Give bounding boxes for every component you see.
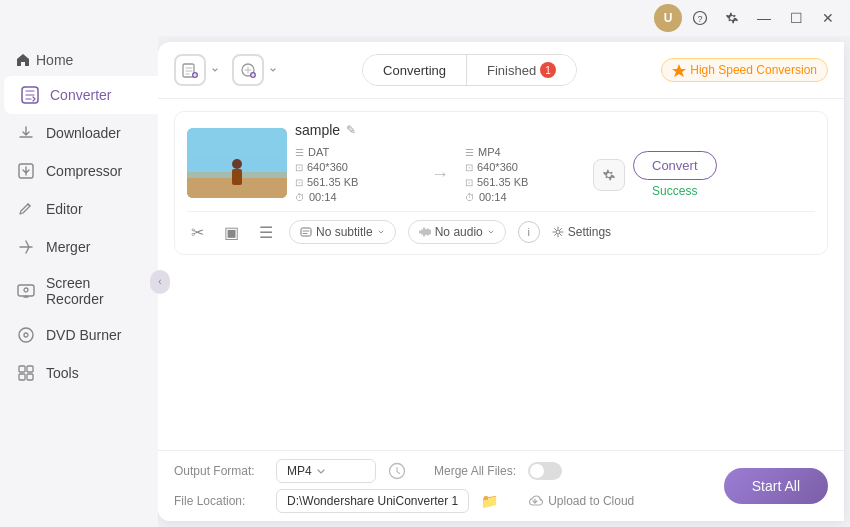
settings-label: Settings bbox=[568, 225, 611, 239]
subtitle-label: No subtitle bbox=[316, 225, 373, 239]
dvd-burner-icon bbox=[16, 325, 36, 345]
source-size-value: 561.35 KB bbox=[307, 176, 358, 188]
effects-icon-button[interactable]: ☰ bbox=[255, 221, 277, 244]
sidebar-screen-recorder-label: Screen Recorder bbox=[46, 275, 142, 307]
convert-success: Success bbox=[652, 184, 697, 198]
merge-toggle[interactable] bbox=[528, 462, 562, 480]
tab-converting[interactable]: Converting bbox=[363, 55, 466, 85]
source-duration-value: 00:14 bbox=[309, 191, 337, 203]
source-info: ☰ DAT ⊡ 640*360 ⊡ 561.35 KB bbox=[295, 146, 415, 203]
folder-icon[interactable]: 📁 bbox=[481, 493, 498, 509]
svg-rect-23 bbox=[301, 228, 311, 236]
crop-icon-button[interactable]: ▣ bbox=[220, 221, 243, 244]
file-edit-icon[interactable]: ✎ bbox=[346, 123, 356, 137]
sidebar-home[interactable]: Home bbox=[0, 44, 158, 76]
sidebar-compressor-label: Compressor bbox=[46, 163, 122, 179]
target-duration: ⏱ 00:14 bbox=[465, 191, 585, 203]
output-format-value: MP4 bbox=[287, 464, 312, 478]
file-location-row: File Location: D:\Wondershare UniConvert… bbox=[174, 489, 724, 513]
sidebar-tools-label: Tools bbox=[46, 365, 79, 381]
sidebar-item-merger[interactable]: Merger bbox=[0, 228, 158, 266]
file-info: sample ✎ ☰ DAT ⊡ bbox=[295, 122, 815, 203]
add-file-icon bbox=[174, 54, 206, 86]
tab-finished[interactable]: Finished 1 bbox=[466, 55, 576, 85]
target-format-icon: ☰ bbox=[465, 147, 474, 158]
convert-arrow: → bbox=[415, 164, 465, 185]
target-size-value: 561.35 KB bbox=[477, 176, 528, 188]
sidebar-item-tools[interactable]: Tools bbox=[0, 354, 158, 392]
start-all-button[interactable]: Start All bbox=[724, 468, 828, 504]
target-size-icon: ⊡ bbox=[465, 177, 473, 188]
output-settings-icon[interactable] bbox=[388, 462, 406, 480]
user-avatar: U bbox=[654, 4, 682, 32]
title-bar: U ? — ☐ ✕ bbox=[0, 0, 850, 36]
editor-icon bbox=[16, 199, 36, 219]
sidebar-item-editor[interactable]: Editor bbox=[0, 190, 158, 228]
output-format-label: Output Format: bbox=[174, 464, 264, 478]
svg-rect-22 bbox=[232, 169, 242, 185]
tabs: Converting Finished 1 bbox=[362, 54, 577, 86]
sidebar-item-screen-recorder[interactable]: Screen Recorder bbox=[0, 266, 158, 316]
svg-rect-11 bbox=[27, 374, 33, 380]
add-file-button[interactable] bbox=[174, 54, 220, 86]
svg-rect-10 bbox=[19, 374, 25, 380]
merge-label: Merge All Files: bbox=[434, 464, 516, 478]
info-button[interactable]: i bbox=[518, 221, 540, 243]
svg-point-7 bbox=[24, 333, 28, 337]
file-list: sample ✎ ☰ DAT ⊡ bbox=[158, 99, 844, 450]
resolution-icon: ⊡ bbox=[295, 162, 303, 173]
main-content: Converting Finished 1 High Speed Convers… bbox=[158, 42, 844, 521]
svg-point-6 bbox=[19, 328, 33, 342]
format-icon: ☰ bbox=[295, 147, 304, 158]
add-url-icon bbox=[232, 54, 264, 86]
svg-rect-8 bbox=[19, 366, 25, 372]
file-card-footer: ✂ ▣ ☰ No subtitle No audio i bbox=[187, 211, 815, 244]
file-location-input[interactable]: D:\Wondershare UniConverter 1 bbox=[276, 489, 469, 513]
help-button[interactable]: ? bbox=[686, 4, 714, 32]
target-size: ⊡ 561.35 KB bbox=[465, 176, 585, 188]
settings-button-card[interactable]: Settings bbox=[552, 225, 611, 239]
tabs-area: Converting Finished 1 bbox=[290, 54, 649, 86]
finished-badge: 1 bbox=[540, 62, 556, 78]
tools-icon bbox=[16, 363, 36, 383]
sidebar-converter-label: Converter bbox=[50, 87, 111, 103]
upload-cloud-label: Upload to Cloud bbox=[548, 494, 634, 508]
convert-button[interactable]: Convert bbox=[633, 151, 717, 180]
file-location-label: File Location: bbox=[174, 494, 264, 508]
minimize-button[interactable]: — bbox=[750, 4, 778, 32]
file-card-header: sample ✎ ☰ DAT ⊡ bbox=[187, 122, 815, 203]
svg-point-5 bbox=[24, 288, 28, 292]
output-format-row: Output Format: MP4 Merge All Files: bbox=[174, 459, 724, 483]
cut-icon-button[interactable]: ✂ bbox=[187, 221, 208, 244]
compressor-icon bbox=[16, 161, 36, 181]
screen-recorder-icon bbox=[16, 281, 36, 301]
audio-select[interactable]: No audio bbox=[408, 220, 506, 244]
svg-rect-9 bbox=[27, 366, 33, 372]
downloader-icon bbox=[16, 123, 36, 143]
file-location-value: D:\Wondershare UniConverter 1 bbox=[287, 494, 458, 508]
maximize-button[interactable]: ☐ bbox=[782, 4, 810, 32]
sidebar-item-converter[interactable]: Converter bbox=[4, 76, 158, 114]
sidebar-item-compressor[interactable]: Compressor bbox=[0, 152, 158, 190]
file-thumbnail bbox=[187, 128, 287, 198]
source-size: ⊡ 561.35 KB bbox=[295, 176, 415, 188]
source-format: ☰ DAT bbox=[295, 146, 415, 158]
output-format-select[interactable]: MP4 bbox=[276, 459, 376, 483]
svg-point-21 bbox=[232, 159, 242, 169]
sidebar-item-downloader[interactable]: Downloader bbox=[0, 114, 158, 152]
file-settings-icon-button[interactable] bbox=[593, 159, 625, 191]
upload-to-cloud[interactable]: Upload to Cloud bbox=[526, 494, 634, 508]
target-duration-value: 00:14 bbox=[479, 191, 507, 203]
sidebar-downloader-label: Downloader bbox=[46, 125, 121, 141]
target-info: ☰ MP4 ⊡ 640*360 ⊡ 561.35 KB bbox=[465, 146, 585, 203]
high-speed-conversion[interactable]: High Speed Conversion bbox=[661, 58, 828, 82]
source-format-value: DAT bbox=[308, 146, 329, 158]
sidebar-editor-label: Editor bbox=[46, 201, 83, 217]
sidebar-item-dvd-burner[interactable]: DVD Burner bbox=[0, 316, 158, 354]
source-resolution-value: 640*360 bbox=[307, 161, 348, 173]
subtitle-select[interactable]: No subtitle bbox=[289, 220, 396, 244]
close-button[interactable]: ✕ bbox=[814, 4, 842, 32]
settings-button[interactable] bbox=[718, 4, 746, 32]
sidebar-collapse-button[interactable]: ‹ bbox=[150, 270, 170, 294]
add-url-button[interactable] bbox=[232, 54, 278, 86]
